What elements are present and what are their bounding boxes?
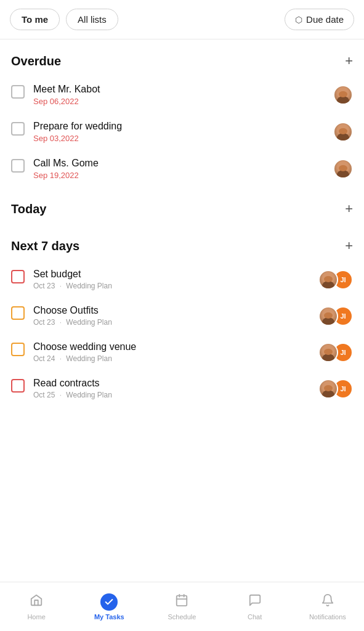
task-info: Set budget Oct 23 · Wedding Plan	[33, 269, 310, 290]
task-item[interactable]: Prepare for wedding Sep 03,2022	[0, 113, 364, 150]
task-title: Prepare for wedding	[33, 121, 325, 132]
due-date-label: Due date	[306, 14, 344, 25]
avatar	[318, 343, 338, 362]
task-info: Prepare for wedding Sep 03,2022	[33, 121, 325, 143]
schedule-icon	[175, 593, 188, 611]
due-date-button[interactable]: ⬡ Due date	[285, 9, 354, 30]
nav-label-chat: Chat	[248, 613, 262, 621]
nav-label-home: Home	[27, 613, 45, 621]
overdue-add-icon[interactable]: +	[345, 53, 353, 69]
task-title: Call Ms. Gome	[33, 158, 325, 169]
task-avatars	[333, 159, 353, 179]
nav-label-notifications: Notifications	[309, 613, 346, 621]
svg-rect-0	[177, 595, 187, 606]
bottom-nav: Home My Tasks Schedule Chat	[0, 582, 364, 631]
task-avatars: JI	[318, 343, 353, 362]
chat-icon	[248, 593, 262, 611]
task-checkbox[interactable]	[11, 270, 25, 283]
task-avatars: JI	[318, 306, 353, 326]
next7days-section-header: Next 7 days +	[0, 224, 364, 261]
avatar	[333, 122, 353, 142]
task-title: Set budget	[33, 269, 310, 280]
nav-label-mytasks: My Tasks	[94, 613, 124, 621]
nav-item-chat[interactable]: Chat	[237, 593, 273, 621]
task-title: Meet Mr. Kabot	[33, 84, 325, 95]
task-date: Sep 06,2022	[33, 97, 325, 106]
task-info: Read contracts Oct 25 · Wedding Plan	[33, 378, 310, 399]
task-checkbox[interactable]	[11, 122, 25, 136]
task-meta: Oct 24 · Wedding Plan	[33, 354, 310, 363]
task-checkbox[interactable]	[11, 343, 25, 356]
task-info: Meet Mr. Kabot Sep 06,2022	[33, 84, 325, 106]
mytasks-icon	[100, 593, 118, 611]
task-info: Call Ms. Gome Sep 19,2022	[33, 158, 325, 180]
task-meta: Oct 23 · Wedding Plan	[33, 282, 310, 290]
task-item[interactable]: Meet Mr. Kabot Sep 06,2022	[0, 76, 364, 113]
task-checkbox[interactable]	[11, 85, 25, 99]
nav-item-home[interactable]: Home	[18, 593, 55, 621]
task-item[interactable]: Read contracts Oct 25 · Wedding Plan JI	[0, 370, 364, 407]
task-avatars: JI	[318, 379, 353, 399]
task-item[interactable]: Choose Outfits Oct 23 · Wedding Plan JI	[0, 298, 364, 334]
home-icon	[30, 593, 43, 611]
today-title: Today	[11, 202, 46, 216]
content: Overdue + Meet Mr. Kabot Sep 06,2022 Pre…	[0, 39, 364, 456]
due-date-icon: ⬡	[295, 15, 302, 25]
task-item[interactable]: Set budget Oct 23 · Wedding Plan JI	[0, 261, 364, 298]
task-item[interactable]: Call Ms. Gome Sep 19,2022	[0, 150, 364, 187]
task-meta: Oct 25 · Wedding Plan	[33, 391, 310, 399]
all-lists-button[interactable]: All lists	[66, 9, 118, 30]
overdue-title: Overdue	[11, 54, 61, 68]
avatar	[333, 159, 353, 179]
today-section-header: Today +	[0, 187, 364, 224]
avatar	[318, 379, 338, 399]
nav-item-mytasks[interactable]: My Tasks	[91, 593, 127, 621]
task-info: Choose wedding venue Oct 24 · Wedding Pl…	[33, 341, 310, 363]
task-avatars: JI	[318, 270, 353, 290]
task-avatars	[333, 122, 353, 142]
avatar	[318, 270, 338, 290]
task-date: Sep 03,2022	[33, 134, 325, 143]
nav-item-notifications[interactable]: Notifications	[309, 593, 346, 621]
nav-item-schedule[interactable]: Schedule	[163, 593, 200, 621]
next7days-add-icon[interactable]: +	[345, 238, 353, 254]
today-add-icon[interactable]: +	[345, 201, 353, 217]
next7days-title: Next 7 days	[11, 239, 79, 253]
to-me-button[interactable]: To me	[10, 9, 60, 30]
nav-label-schedule: Schedule	[168, 613, 196, 621]
task-checkbox[interactable]	[11, 379, 25, 393]
task-info: Choose Outfits Oct 23 · Wedding Plan	[33, 305, 310, 327]
notifications-icon	[321, 593, 334, 611]
avatar	[318, 306, 338, 326]
task-date: Sep 19,2022	[33, 171, 325, 180]
task-title: Choose Outfits	[33, 305, 310, 316]
task-checkbox[interactable]	[11, 159, 25, 173]
task-avatars	[333, 85, 353, 105]
task-title: Read contracts	[33, 378, 310, 389]
task-meta: Oct 23 · Wedding Plan	[33, 318, 310, 327]
overdue-section-header: Overdue +	[0, 39, 364, 76]
task-checkbox[interactable]	[11, 306, 25, 320]
task-item[interactable]: Choose wedding venue Oct 24 · Wedding Pl…	[0, 334, 364, 370]
avatar	[333, 85, 353, 105]
header: To me All lists ⬡ Due date	[0, 0, 364, 39]
task-title: Choose wedding venue	[33, 341, 310, 352]
